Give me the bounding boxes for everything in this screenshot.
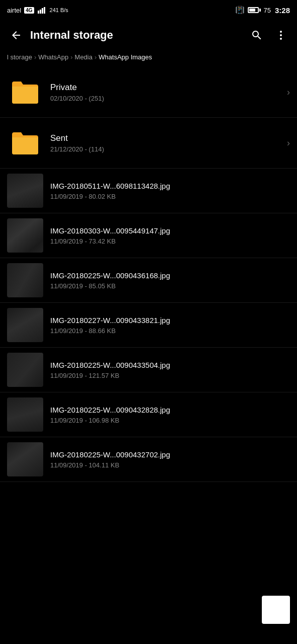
time-display: 3:28 (275, 6, 290, 15)
file-name-6: IMG-20180225-W...0090432702.jpg (50, 450, 290, 459)
file-meta-4: 11/09/2019 - 121.57 KB (50, 372, 290, 379)
folder-svg-sent (10, 130, 40, 155)
battery-percent: 75 (264, 7, 271, 14)
file-item-4[interactable]: IMG-20180225-W...0090433504.jpg 11/09/20… (0, 348, 297, 392)
signal-icon (38, 7, 47, 14)
battery-icon (248, 7, 261, 13)
svg-point-6 (280, 38, 282, 40)
more-vertical-icon (275, 29, 287, 41)
file-item-1[interactable]: IMG-20180303-W...0095449147.jpg 11/09/20… (0, 213, 297, 258)
folder-meta-private: 02/10/2020 - (251) (50, 95, 287, 102)
file-name-4: IMG-20180225-W...0090433504.jpg (50, 361, 290, 369)
back-button[interactable] (5, 24, 27, 46)
file-thumb-3 (7, 308, 43, 342)
folder-chevron-sent: › (287, 138, 290, 148)
file-name-1: IMG-20180303-W...0095449147.jpg (50, 226, 290, 235)
file-info-1: IMG-20180303-W...0095449147.jpg 11/09/20… (43, 226, 290, 245)
file-info-5: IMG-20180225-W...0090432828.jpg 11/09/20… (43, 406, 290, 424)
search-button[interactable] (246, 24, 268, 46)
file-meta-6: 11/09/2019 - 104.11 KB (50, 461, 290, 469)
file-info-3: IMG-20180227-W...0090433821.jpg 11/09/20… (43, 316, 290, 335)
file-thumb-2 (7, 263, 43, 297)
file-info-0: IMG-20180511-W...6098113428.jpg 11/09/20… (43, 182, 290, 200)
svg-point-4 (280, 31, 282, 33)
file-name-5: IMG-20180225-W...0090432828.jpg (50, 406, 290, 414)
search-icon (251, 29, 263, 41)
file-info-4: IMG-20180225-W...0090433504.jpg 11/09/20… (43, 361, 290, 379)
file-name-3: IMG-20180227-W...0090433821.jpg (50, 316, 290, 325)
file-item-3[interactable]: IMG-20180227-W...0090433821.jpg 11/09/20… (0, 303, 297, 348)
file-meta-1: 11/09/2019 - 73.42 KB (50, 237, 290, 245)
svg-rect-2 (42, 8, 43, 14)
nav-actions (246, 24, 292, 46)
folder-item-private[interactable]: Private 02/10/2020 - (251) › (0, 67, 297, 118)
file-meta-5: 11/09/2019 - 106.98 KB (50, 417, 290, 424)
file-thumb-0 (7, 174, 43, 208)
file-item-2[interactable]: IMG-20180225-W...0090436168.jpg 11/09/20… (0, 258, 297, 303)
folder-name-sent: Sent (50, 133, 287, 143)
file-thumb-6 (7, 442, 43, 476)
svg-rect-1 (40, 10, 41, 14)
more-options-button[interactable] (270, 24, 292, 46)
file-list: Private 02/10/2020 - (251) › Sent 21/12/… (0, 67, 297, 169)
folder-info-private: Private 02/10/2020 - (251) (43, 83, 287, 102)
breadcrumb-sep-1: › (34, 53, 36, 61)
file-info-2: IMG-20180225-W...0090436168.jpg 11/09/20… (43, 271, 290, 290)
folder-item-sent[interactable]: Sent 21/12/2020 - (114) › (0, 118, 297, 169)
breadcrumb: l storage › WhatsApp › Media › WhatsApp … (0, 51, 297, 67)
scroll-fab[interactable] (262, 596, 290, 624)
breadcrumb-sep-3: › (94, 53, 96, 61)
image-file-list: IMG-20180511-W...6098113428.jpg 11/09/20… (0, 169, 297, 482)
network-badge: 4G (24, 7, 34, 14)
breadcrumb-item-storage[interactable]: l storage (7, 53, 32, 61)
file-meta-2: 11/09/2019 - 85.05 KB (50, 282, 290, 290)
file-name-0: IMG-20180511-W...6098113428.jpg (50, 182, 290, 190)
file-name-2: IMG-20180225-W...0090436168.jpg (50, 271, 290, 280)
file-thumb-4 (7, 353, 43, 387)
svg-point-5 (280, 34, 282, 36)
folder-icon-private (7, 74, 43, 110)
folder-name-private: Private (50, 83, 287, 93)
file-item-5[interactable]: IMG-20180225-W...0090432828.jpg 11/09/20… (0, 392, 297, 437)
back-arrow-icon (10, 29, 22, 41)
folder-svg-private (10, 79, 40, 105)
folder-icon-sent (7, 125, 43, 161)
folder-chevron-private: › (287, 87, 290, 98)
file-item-0[interactable]: IMG-20180511-W...6098113428.jpg 11/09/20… (0, 169, 297, 213)
folder-info-sent: Sent 21/12/2020 - (114) (43, 133, 287, 153)
file-item-6[interactable]: IMG-20180225-W...0090432702.jpg 11/09/20… (0, 437, 297, 482)
file-thumb-5 (7, 397, 43, 432)
file-meta-0: 11/09/2019 - 80.02 KB (50, 193, 290, 200)
vibrate-icon: 📳 (235, 6, 245, 15)
status-right: 📳 75 3:28 (235, 6, 290, 15)
page-title: Internal storage (27, 29, 246, 42)
file-meta-3: 11/09/2019 - 88.66 KB (50, 327, 290, 335)
carrier-label: airtel (7, 7, 21, 14)
breadcrumb-item-media[interactable]: Media (75, 53, 92, 61)
svg-rect-3 (44, 7, 45, 14)
status-left: airtel 4G 241 B/s (7, 7, 68, 14)
file-thumb-1 (7, 218, 43, 253)
folder-meta-sent: 21/12/2020 - (114) (50, 145, 287, 153)
breadcrumb-sep-2: › (70, 53, 72, 61)
nav-bar: Internal storage (0, 19, 297, 51)
svg-rect-0 (38, 11, 39, 14)
breadcrumb-item-whatsapp-images[interactable]: WhatsApp Images (98, 53, 152, 61)
data-speed: 241 B/s (50, 7, 68, 13)
breadcrumb-item-whatsapp[interactable]: WhatsApp (38, 53, 68, 61)
file-info-6: IMG-20180225-W...0090432702.jpg 11/09/20… (43, 450, 290, 469)
status-bar: airtel 4G 241 B/s 📳 75 3:28 (0, 0, 297, 19)
